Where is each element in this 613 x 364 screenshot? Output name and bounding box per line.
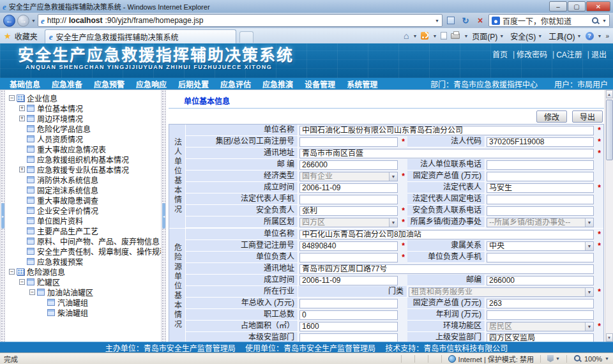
chevron-down-icon[interactable]	[585, 322, 593, 331]
text-input[interactable]: 1600	[299, 322, 398, 331]
forward-button[interactable]	[17, 15, 29, 27]
tree-item[interactable]: 危险化学品信息	[6, 123, 161, 133]
mail-page-icon[interactable]	[441, 32, 447, 40]
zoom-dropdown-icon[interactable]	[605, 356, 609, 361]
tree-item[interactable]: −危险源信息	[6, 266, 161, 277]
tree-item[interactable]: 企业安全评价情况	[6, 205, 161, 215]
text-input[interactable]: 中国石油化工股份有限公司山东青岛石油分公司	[299, 126, 594, 135]
tree-item[interactable]: −加油站油罐区	[6, 287, 161, 297]
expand-icon[interactable]: +	[19, 116, 25, 121]
text-input[interactable]	[487, 253, 594, 262]
text-input[interactable]	[487, 195, 594, 204]
text-input[interactable]	[487, 206, 594, 216]
search-dropdown-icon[interactable]	[602, 19, 607, 23]
header-link[interactable]: CA注册	[556, 49, 582, 59]
tree-item[interactable]: −企业信息	[6, 93, 161, 103]
tree-item[interactable]: 原料、中间产物、产品、废弃物信息	[6, 236, 161, 246]
chevron-down-icon[interactable]	[585, 218, 593, 227]
text-input[interactable]	[299, 333, 398, 342]
nav-item[interactable]: 系统管理	[341, 79, 383, 89]
scroll-down-icon[interactable]: ▼	[606, 333, 613, 342]
text-input[interactable]: 张利	[299, 206, 398, 216]
text-input[interactable]: 266000	[487, 276, 594, 285]
command-menu[interactable]: 页面(P)	[472, 31, 504, 42]
export-button[interactable]: 导出	[572, 110, 603, 123]
close-button[interactable]: ✕	[586, 1, 610, 11]
text-input[interactable]: 青岛市市南区百盛	[299, 149, 594, 158]
text-input[interactable]: 2006-11-09	[299, 183, 398, 193]
text-input[interactable]	[299, 195, 398, 204]
text-input[interactable]: 马安生	[487, 183, 594, 193]
tree-item[interactable]: −贮罐区	[6, 277, 161, 287]
nav-item[interactable]: 基础信息	[4, 79, 46, 89]
rss-dropdown-icon[interactable]	[432, 34, 437, 38]
zoom-control[interactable]: 100%	[573, 354, 609, 363]
expand-icon[interactable]: +	[19, 167, 25, 172]
tree-item[interactable]: 重大事故应急情况表	[6, 144, 161, 154]
home-icon[interactable]	[404, 31, 409, 41]
splitter-arrow-icon[interactable]: ▸	[1, 203, 4, 229]
text-input[interactable]: 0	[299, 310, 398, 320]
command-menu[interactable]: 安全(S)	[510, 31, 542, 42]
tree-item[interactable]: 应急救援预案	[6, 256, 161, 266]
form-scrollbar[interactable]: ▲ ▼	[605, 90, 613, 342]
collapse-icon[interactable]: −	[19, 279, 25, 285]
text-input[interactable]: 266000	[299, 160, 398, 170]
more-commands-icon[interactable]	[605, 33, 609, 40]
nav-item[interactable]: 设备管理	[299, 79, 341, 89]
nav-item[interactable]: 应急评估	[215, 79, 257, 89]
tree-item[interactable]: 柴油罐组	[6, 307, 161, 317]
print-dropdown-icon[interactable]	[464, 34, 468, 38]
select-field[interactable]: 中央	[487, 241, 594, 251]
browser-tab[interactable]: 安全生产应急救援指挥辅助决策系统	[45, 29, 236, 43]
text-input[interactable]: 四方区安监局	[487, 333, 594, 342]
rss-icon[interactable]	[421, 32, 428, 40]
chevron-down-icon[interactable]	[389, 218, 397, 227]
search-icon[interactable]	[591, 17, 600, 25]
text-input[interactable]	[299, 299, 398, 308]
compatibility-button[interactable]	[444, 14, 457, 27]
command-menu[interactable]: 工具(O)	[549, 31, 581, 42]
protected-mode-icon[interactable]	[547, 355, 554, 362]
text-input[interactable]: 370205F119008	[487, 137, 594, 147]
text-input[interactable]	[487, 160, 594, 170]
tree-item[interactable]: 消防供水系统信息	[6, 174, 161, 185]
tree-item[interactable]: 应急救援组织机构基本情况	[6, 154, 161, 164]
tree-item[interactable]: 汽油罐组	[6, 297, 161, 307]
chevron-down-icon[interactable]	[585, 242, 593, 250]
new-tab-stub[interactable]	[239, 31, 254, 43]
chevron-down-icon[interactable]	[389, 172, 397, 181]
select-field[interactable]: 居民区	[487, 322, 594, 331]
tree-item[interactable]: 安全生产责任制、规章制度、操作规程信息	[6, 246, 161, 256]
text-input[interactable]: 263	[487, 299, 594, 308]
scroll-up-icon[interactable]: ▲	[606, 90, 613, 98]
left-splitter[interactable]: ▸	[0, 90, 5, 342]
text-input[interactable]	[299, 253, 398, 262]
scroll-thumb[interactable]	[606, 100, 613, 160]
collapse-icon[interactable]: −	[29, 289, 35, 295]
favorites-star-icon[interactable]	[4, 31, 11, 41]
collapse-icon[interactable]: −	[9, 269, 15, 275]
text-input[interactable]: 中石化山东青岛石油分公司8加油站	[299, 230, 594, 239]
back-button[interactable]	[3, 15, 15, 27]
search-input[interactable]: 百度一下，你就知道	[503, 15, 589, 26]
nav-item[interactable]: 应急准备	[46, 79, 88, 89]
tree-item[interactable]: 人员资质情况	[6, 133, 161, 144]
shield-dropdown-icon[interactable]	[556, 356, 560, 361]
splitter-collapse-icon[interactable]: ◂	[162, 203, 165, 229]
text-input[interactable]: 2006-11-09	[299, 276, 398, 285]
tree-item[interactable]: 固定泡沫系统信息	[6, 185, 161, 195]
tree-item[interactable]: 主要产品生产工艺	[6, 225, 161, 236]
text-input[interactable]: 青岛市四方区周口路77号	[299, 264, 594, 274]
url-dropdown-icon[interactable]	[435, 19, 439, 23]
modify-button[interactable]: 修改	[536, 110, 567, 123]
tree-item[interactable]: 重大事故隐患调查	[6, 195, 161, 205]
nav-item[interactable]: 应急推演	[257, 79, 299, 89]
maximize-button[interactable]: ▢	[568, 1, 586, 11]
help-dropdown-icon[interactable]	[598, 34, 602, 38]
select-field[interactable]: --所属乡镇/街道办事处--	[487, 218, 594, 227]
minimize-button[interactable]: –	[549, 1, 567, 11]
collapse-icon[interactable]: −	[9, 95, 15, 101]
text-input[interactable]	[487, 172, 594, 181]
tree-item[interactable]: +应急救援专业队伍基本情况	[6, 164, 161, 174]
